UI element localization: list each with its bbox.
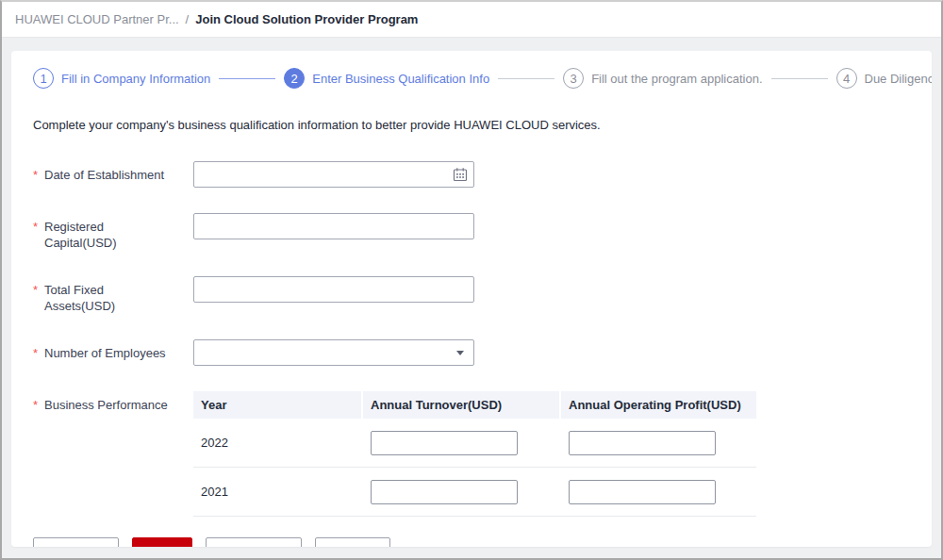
field-row-total-fixed-assets: * Total Fixed Assets(USD) (33, 276, 910, 314)
registered-capital-label: * Registered Capital(USD) (33, 213, 193, 251)
table-row-2022: 2022 (193, 419, 756, 468)
required-asterisk: * (33, 219, 44, 251)
operating-profit-2021-input[interactable] (569, 480, 716, 504)
cancel-button[interactable]: Cancel (315, 537, 390, 547)
breadcrumb-parent-link[interactable]: HUAWEI CLOUD Partner Pr... (15, 12, 179, 26)
business-performance-label: * Business Performance (33, 391, 193, 413)
step-2-number: 2 (284, 68, 305, 89)
app-window: HUAWEI CLOUD Partner Pr... / Join Cloud … (0, 0, 943, 560)
step-2-business-qualification: 2 Enter Business Qualification Info (284, 68, 489, 89)
step-4-due-diligence: 4 Due Diligence (836, 68, 933, 89)
previous-button[interactable]: Previous (33, 537, 119, 547)
turnover-2022-input[interactable] (371, 431, 518, 455)
column-header-annual-operating-profit: Annual Operating Profit(USD) (561, 391, 756, 419)
turnover-2021-input[interactable] (371, 480, 518, 504)
step-2-label: Enter Business Qualification Info (312, 72, 489, 86)
date-of-establishment-input[interactable] (193, 161, 474, 188)
step-connector-3 (771, 78, 828, 79)
required-asterisk: * (33, 345, 44, 361)
step-connector-2 (498, 78, 554, 79)
table-header-row: Year Annual Turnover(USD) Annual Operati… (193, 391, 756, 419)
column-header-year: Year (193, 391, 361, 419)
number-of-employees-label: * Number of Employees (33, 339, 193, 361)
year-cell: 2022 (193, 436, 361, 450)
intro-text: Complete your company's business qualifi… (33, 118, 910, 132)
step-1-fill-company-info: 1 Fill in Company Information (33, 68, 210, 89)
page-background: 1 Fill in Company Information 2 Enter Bu… (2, 38, 941, 558)
operating-profit-2022-input[interactable] (569, 431, 716, 455)
table-row-2021: 2021 (193, 468, 756, 517)
year-cell: 2021 (193, 485, 361, 499)
step-4-label: Due Diligence (865, 72, 933, 86)
page-title: Join Cloud Solution Provider Program (195, 12, 418, 26)
step-3-number: 3 (563, 68, 584, 89)
breadcrumb-separator: / (186, 12, 190, 26)
total-fixed-assets-label: * Total Fixed Assets(USD) (33, 276, 193, 314)
field-row-date-of-establishment: * Date of Establishment (33, 161, 910, 188)
next-button[interactable]: Next (132, 537, 193, 547)
content-card: 1 Fill in Company Information 2 Enter Bu… (11, 51, 932, 547)
calendar-icon[interactable] (453, 167, 468, 182)
action-buttons: Previous Next Save Draft Cancel (33, 537, 910, 547)
field-row-registered-capital: * Registered Capital(USD) (33, 213, 910, 251)
required-asterisk: * (33, 397, 44, 413)
field-row-number-of-employees: * Number of Employees (33, 339, 910, 366)
save-draft-button[interactable]: Save Draft (206, 537, 301, 547)
step-connector-1 (219, 78, 275, 79)
date-of-establishment-label: * Date of Establishment (33, 161, 193, 183)
column-header-annual-turnover: Annual Turnover(USD) (363, 391, 559, 419)
total-fixed-assets-input[interactable] (193, 276, 474, 303)
field-row-business-performance: * Business Performance Year Annual Turno… (33, 391, 910, 517)
number-of-employees-select[interactable] (193, 339, 474, 366)
required-asterisk: * (33, 282, 44, 314)
step-1-number: 1 (33, 68, 54, 89)
step-3-label: Fill out the program application. (591, 72, 762, 86)
step-1-label: Fill in Company Information (61, 72, 210, 86)
step-4-number: 4 (836, 68, 857, 89)
business-performance-table: Year Annual Turnover(USD) Annual Operati… (193, 391, 756, 517)
step-3-program-application: 3 Fill out the program application. (563, 68, 762, 89)
progress-stepper: 1 Fill in Company Information 2 Enter Bu… (33, 68, 910, 89)
breadcrumb: HUAWEI CLOUD Partner Pr... / Join Cloud … (2, 2, 941, 38)
required-asterisk: * (33, 167, 44, 183)
registered-capital-input[interactable] (193, 213, 474, 239)
